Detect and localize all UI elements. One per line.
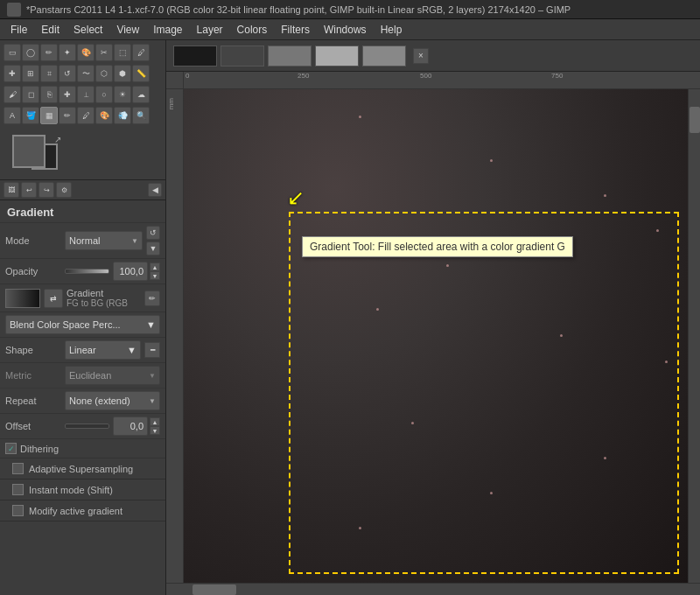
menu-item-help[interactable]: Help	[374, 21, 410, 38]
adaptive-checkbox[interactable]	[12, 463, 24, 474]
canvas-scrollbar-h[interactable]	[166, 583, 700, 595]
menu-item-layer[interactable]: Layer	[190, 21, 230, 38]
tool-ellipse-select[interactable]: ◯	[22, 44, 39, 61]
dithering-checkbox[interactable]: ✓	[5, 443, 17, 454]
tool-crop[interactable]: ⌗	[40, 65, 58, 82]
undo-btn[interactable]: ↩	[21, 182, 37, 198]
app-icon	[7, 3, 21, 17]
menu-item-file[interactable]: File	[4, 21, 34, 38]
opacity-up[interactable]: ▲	[150, 262, 160, 271]
tool-gradient[interactable]: ▦	[40, 107, 58, 124]
gradient-name: FG to BG (RGB	[66, 298, 141, 308]
blend-row: Blend Color Space Perc... ▼	[0, 312, 165, 338]
tool-unified-transform[interactable]: ⬡	[95, 65, 113, 82]
tool-align[interactable]: ⊞	[22, 65, 39, 82]
gradient-type-btn[interactable]: ⇄	[44, 289, 63, 308]
offset-slider[interactable]	[65, 424, 109, 429]
repeat-row: Repeat None (extend) ▼	[0, 388, 165, 414]
tool-text[interactable]: A	[4, 107, 21, 124]
top-ruler-row: 0 250 500 750	[166, 72, 700, 89]
repeat-value: None (extend)	[69, 396, 130, 406]
tool-scissors[interactable]: ✂	[95, 44, 113, 61]
offset-spinners: ▲ ▼	[150, 417, 160, 435]
menu-item-windows[interactable]: Windows	[317, 21, 374, 38]
mode-extra-btn[interactable]: ▼	[146, 242, 160, 256]
tool-paint[interactable]: 🖌	[4, 86, 21, 103]
tool-transform[interactable]: ↺	[59, 65, 76, 82]
tool-clone[interactable]: ⎘	[40, 86, 58, 103]
blend-dropdown[interactable]: Blend Color Space Perc... ▼	[5, 315, 160, 334]
swatch-dark-gray[interactable]	[220, 46, 264, 66]
tool-fuzzy-select[interactable]: ✦	[59, 44, 76, 61]
dithering-section: ✓ Dithering	[0, 439, 165, 458]
foreground-color[interactable]	[12, 135, 46, 168]
tool-eraser[interactable]: ◻	[22, 86, 39, 103]
new-image-btn[interactable]: 🖼	[4, 182, 19, 198]
menu-item-select[interactable]: Select	[66, 21, 109, 38]
metric-dropdown[interactable]: Euclidean ▼	[65, 366, 160, 385]
mode-reset-btn[interactable]: ↺	[146, 226, 160, 240]
tool-heal[interactable]: ✚	[59, 86, 76, 103]
tool-move[interactable]: ✚	[4, 65, 21, 82]
scrollbar-v-thumb[interactable]	[690, 107, 700, 133]
offset-up[interactable]: ▲	[150, 417, 160, 426]
swatch-close-btn[interactable]: ×	[413, 48, 429, 64]
opacity-row: Opacity 100,0 ▲ ▼	[0, 259, 165, 284]
repeat-control: None (extend) ▼	[65, 391, 160, 410]
repeat-dropdown[interactable]: None (extend) ▼	[65, 391, 160, 410]
swatch-light-gray[interactable]	[315, 46, 359, 66]
tool-fill[interactable]: 🪣	[22, 107, 39, 124]
menu-item-filters[interactable]: Filters	[274, 21, 317, 38]
tool-airbrush[interactable]: 💨	[114, 107, 131, 124]
opacity-value[interactable]: 100,0	[113, 262, 148, 281]
tool-dodge[interactable]: ☀	[114, 86, 131, 103]
tool-ink[interactable]: 🖊	[77, 107, 94, 124]
menu-item-view[interactable]: View	[109, 21, 146, 38]
tool-options-title: Gradient	[0, 200, 165, 223]
swatch-gray[interactable]	[362, 46, 406, 66]
opacity-slider[interactable]	[65, 269, 109, 274]
instant-label: Instant mode (Shift)	[29, 485, 113, 495]
tool-handle-transform[interactable]: ⬢	[114, 65, 131, 82]
edit-gradient-btn[interactable]: ✏	[144, 290, 160, 306]
metric-row: Metric Euclidean ▼	[0, 363, 165, 388]
instant-checkbox[interactable]	[12, 484, 24, 495]
redo-btn[interactable]: ↪	[38, 182, 54, 198]
offset-down[interactable]: ▼	[150, 426, 160, 435]
tool-rectangle-select[interactable]: ▭	[4, 44, 21, 61]
tool-perspective[interactable]: ⟂	[77, 86, 94, 103]
canvas-viewport[interactable]: ↙ Gradient Tool: Fill selected area with…	[184, 89, 688, 583]
swatch-black[interactable]	[173, 46, 217, 66]
panel-collapse-btn[interactable]: ◀	[148, 183, 162, 197]
menu-item-edit[interactable]: Edit	[34, 21, 66, 38]
tool-foreground-select[interactable]: ⬚	[114, 44, 131, 61]
modify-checkbox[interactable]	[12, 505, 24, 516]
shape-dropdown[interactable]: Linear ▼	[65, 340, 141, 360]
tool-myPaint[interactable]: 🎨	[95, 107, 113, 124]
offset-value[interactable]: 0,0	[113, 416, 148, 436]
tool-grid-1: ▭ ◯ ✏ ✦ 🎨 ✂ ⬚ 🖊	[4, 44, 162, 61]
particle-2	[490, 159, 493, 162]
tool-config-btn[interactable]: ⚙	[56, 182, 72, 198]
corner-box	[166, 72, 184, 89]
menu-item-image[interactable]: Image	[146, 21, 189, 38]
menu-item-colors[interactable]: Colors	[230, 21, 275, 38]
opacity-down[interactable]: ▼	[150, 271, 160, 280]
tool-zoom[interactable]: 🔍	[132, 107, 150, 124]
scrollbar-h-thumb[interactable]	[192, 584, 236, 595]
tool-pencil[interactable]: ✏	[59, 107, 76, 124]
tool-smudge[interactable]: ☁	[132, 86, 150, 103]
gradient-preview[interactable]	[5, 289, 40, 308]
canvas-scrollbar-v[interactable]	[688, 89, 700, 583]
mode-dropdown[interactable]: Normal ▼	[65, 231, 143, 250]
tool-free-select[interactable]: ✏	[40, 44, 58, 61]
tool-select-color[interactable]: 🎨	[77, 44, 94, 61]
tool-measure[interactable]: 📏	[132, 65, 150, 82]
adaptive-label: Adaptive Supersampling	[29, 464, 133, 474]
tool-warp[interactable]: 〜	[77, 65, 94, 82]
tool-blur[interactable]: ○	[95, 86, 113, 103]
gradient-row: ⇄ Gradient FG to BG (RGB ✏	[0, 284, 165, 312]
swatch-mid-gray[interactable]	[268, 46, 312, 66]
tool-paths[interactable]: 🖊	[132, 44, 150, 61]
swatch-row: ×	[166, 40, 700, 72]
